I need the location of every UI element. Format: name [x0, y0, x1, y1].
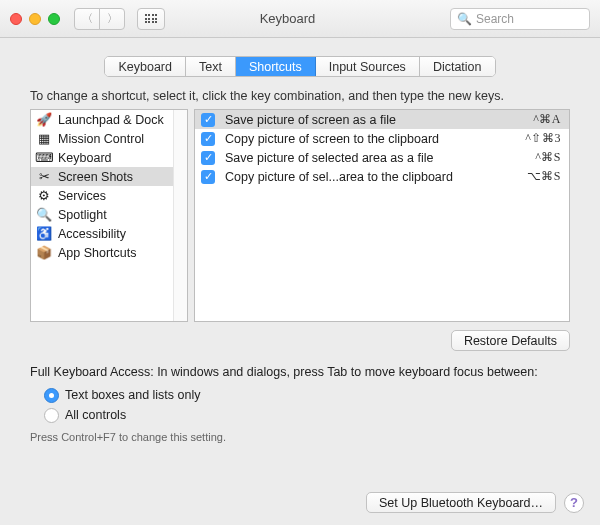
shortcut-row[interactable]: ✓ Save picture of selected area as a fil…: [195, 148, 569, 167]
tab-input-sources[interactable]: Input Sources: [316, 57, 420, 76]
search-icon: 🔍: [457, 12, 472, 26]
restore-defaults-button[interactable]: Restore Defaults: [451, 330, 570, 351]
screenshots-icon: ✂: [36, 169, 52, 185]
keyboard-icon: ⌨: [36, 150, 52, 166]
setup-bluetooth-keyboard-button[interactable]: Set Up Bluetooth Keyboard…: [366, 492, 556, 513]
shortcut-row[interactable]: ✓ Copy picture of sel...area to the clip…: [195, 167, 569, 186]
shortcut-keys[interactable]: ^⌘A: [533, 112, 561, 127]
shortcut-label: Save picture of selected area as a file: [225, 151, 525, 165]
forward-button[interactable]: 〉: [99, 8, 125, 30]
help-icon: ?: [570, 495, 578, 510]
category-app-shortcuts[interactable]: 📦App Shortcuts: [31, 243, 187, 262]
checkbox[interactable]: ✓: [201, 170, 215, 184]
category-services[interactable]: ⚙Services: [31, 186, 187, 205]
tab-shortcuts[interactable]: Shortcuts: [236, 57, 316, 76]
search-placeholder: Search: [476, 12, 514, 26]
shortcut-list: ✓ Save picture of screen as a file ^⌘A ✓…: [194, 109, 570, 322]
shortcut-keys[interactable]: ^⇧⌘3: [525, 131, 561, 146]
category-mission-control[interactable]: ▦Mission Control: [31, 129, 187, 148]
tab-bar: Keyboard Text Shortcuts Input Sources Di…: [104, 56, 495, 77]
category-accessibility[interactable]: ♿Accessibility: [31, 224, 187, 243]
radio-all-controls[interactable]: All controls: [44, 405, 570, 425]
checkbox[interactable]: ✓: [201, 151, 215, 165]
close-button[interactable]: [10, 13, 22, 25]
launchpad-icon: 🚀: [36, 112, 52, 128]
shortcut-keys[interactable]: ^⌘S: [535, 150, 561, 165]
shortcut-label: Copy picture of screen to the clipboard: [225, 132, 515, 146]
window-title: Keyboard: [173, 11, 402, 26]
shortcut-keys[interactable]: ⌥⌘S: [527, 169, 561, 184]
help-button[interactable]: ?: [564, 493, 584, 513]
checkbox[interactable]: ✓: [201, 132, 215, 146]
zoom-button[interactable]: [48, 13, 60, 25]
minimize-button[interactable]: [29, 13, 41, 25]
shortcut-row[interactable]: ✓ Save picture of screen as a file ^⌘A: [195, 110, 569, 129]
radio-button[interactable]: [44, 388, 59, 403]
chevron-right-icon: 〉: [107, 11, 118, 26]
chevron-left-icon: 〈: [82, 11, 93, 26]
checkbox[interactable]: ✓: [201, 113, 215, 127]
tab-dictation[interactable]: Dictation: [420, 57, 495, 76]
shortcut-label: Save picture of screen as a file: [225, 113, 523, 127]
search-input[interactable]: 🔍 Search: [450, 8, 590, 30]
full-keyboard-access-heading: Full Keyboard Access: In windows and dia…: [30, 365, 570, 379]
category-list: 🚀Launchpad & Dock ▦Mission Control ⌨Keyb…: [30, 109, 188, 322]
tab-keyboard[interactable]: Keyboard: [105, 57, 186, 76]
traffic-lights: [10, 13, 60, 25]
back-button[interactable]: 〈: [74, 8, 100, 30]
category-spotlight[interactable]: 🔍Spotlight: [31, 205, 187, 224]
tab-text[interactable]: Text: [186, 57, 236, 76]
accessibility-icon: ♿: [36, 226, 52, 242]
spotlight-icon: 🔍: [36, 207, 52, 223]
category-keyboard[interactable]: ⌨Keyboard: [31, 148, 187, 167]
app-shortcuts-icon: 📦: [36, 245, 52, 261]
radio-text-boxes-only[interactable]: Text boxes and lists only: [44, 385, 570, 405]
scrollbar[interactable]: [173, 110, 187, 321]
shortcut-row[interactable]: ✓ Copy picture of screen to the clipboar…: [195, 129, 569, 148]
window-titlebar: 〈 〉 Keyboard 🔍 Search: [0, 0, 600, 38]
radio-button[interactable]: [44, 408, 59, 423]
services-icon: ⚙: [36, 188, 52, 204]
category-screen-shots[interactable]: ✂Screen Shots: [31, 167, 187, 186]
instruction-text: To change a shortcut, select it, click t…: [30, 89, 570, 103]
mission-control-icon: ▦: [36, 131, 52, 147]
grid-icon: [145, 14, 158, 23]
shortcut-label: Copy picture of sel...area to the clipbo…: [225, 170, 517, 184]
keyboard-access-hint: Press Control+F7 to change this setting.: [30, 431, 570, 443]
category-launchpad[interactable]: 🚀Launchpad & Dock: [31, 110, 187, 129]
show-all-button[interactable]: [137, 8, 165, 30]
